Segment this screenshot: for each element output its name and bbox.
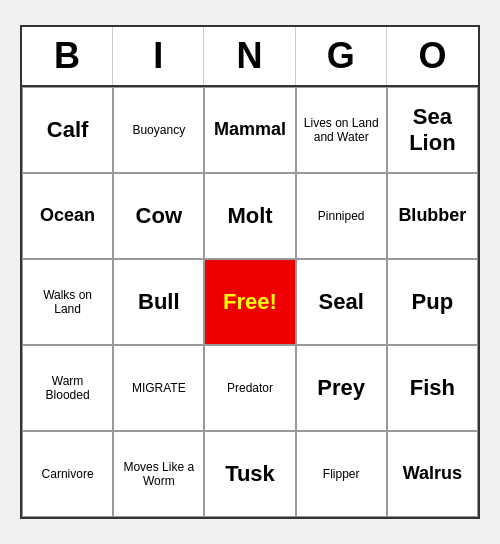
header-letter: N <box>204 27 295 85</box>
cell-r1-c1: Cow <box>113 173 204 259</box>
cell-r0-c4: Sea Lion <box>387 87 478 173</box>
cell-r4-c0: Carnivore <box>22 431 113 517</box>
bingo-card: BINGO CalfBuoyancyMammalLives on Land an… <box>20 25 480 519</box>
cell-r1-c2: Molt <box>204 173 295 259</box>
cell-r4-c3: Flipper <box>296 431 387 517</box>
header-letter: O <box>387 27 478 85</box>
cell-r1-c3: Pinniped <box>296 173 387 259</box>
cell-r3-c0: Warm Blooded <box>22 345 113 431</box>
cell-r4-c4: Walrus <box>387 431 478 517</box>
cell-r0-c0: Calf <box>22 87 113 173</box>
cell-r4-c1: Moves Like a Worm <box>113 431 204 517</box>
cell-r1-c0: Ocean <box>22 173 113 259</box>
cell-r2-c2: Free! <box>204 259 295 345</box>
cell-r3-c3: Prey <box>296 345 387 431</box>
cell-r3-c4: Fish <box>387 345 478 431</box>
cell-r3-c1: MIGRATE <box>113 345 204 431</box>
cell-r1-c4: Blubber <box>387 173 478 259</box>
cell-r2-c4: Pup <box>387 259 478 345</box>
cell-r2-c0: Walks on Land <box>22 259 113 345</box>
cell-r3-c2: Predator <box>204 345 295 431</box>
cell-r0-c2: Mammal <box>204 87 295 173</box>
cell-r0-c1: Buoyancy <box>113 87 204 173</box>
header-letter: I <box>113 27 204 85</box>
cell-r2-c1: Bull <box>113 259 204 345</box>
header-letter: G <box>296 27 387 85</box>
bingo-grid: CalfBuoyancyMammalLives on Land and Wate… <box>22 87 478 517</box>
cell-r0-c3: Lives on Land and Water <box>296 87 387 173</box>
cell-r4-c2: Tusk <box>204 431 295 517</box>
header-letter: B <box>22 27 113 85</box>
cell-r2-c3: Seal <box>296 259 387 345</box>
bingo-header: BINGO <box>22 27 478 87</box>
